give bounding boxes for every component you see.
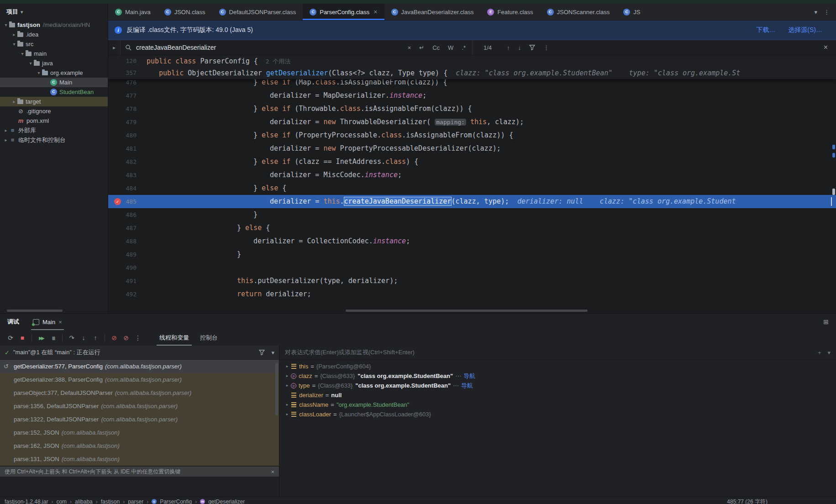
frames-vscrollbar[interactable] xyxy=(275,363,278,415)
code-line-120[interactable]: 120public class ParserConfig { 2 个用法 xyxy=(108,55,836,67)
rerun-button[interactable]: ⟳ xyxy=(5,332,16,343)
close-search-icon[interactable]: × xyxy=(824,43,836,52)
chevron-collapsed-icon[interactable]: ▸ xyxy=(284,362,290,371)
chevron-down-icon[interactable]: ▾ xyxy=(271,349,274,356)
navigate-link[interactable]: 导航 xyxy=(463,371,475,381)
tab-JSON.class[interactable]: CJSON.class xyxy=(158,4,212,20)
stack-frame[interactable]: parseObject:377, DefaultJSONParser(com.a… xyxy=(0,386,279,399)
breadcrumb-item[interactable]: fastjson xyxy=(101,497,120,504)
tree-item-java[interactable]: ▾java xyxy=(0,58,108,68)
previous-match-button[interactable]: ↑ xyxy=(503,43,514,52)
code-line-487[interactable]: 487} else { xyxy=(108,221,836,235)
chevron-collapsed-icon[interactable]: ▸ xyxy=(11,30,17,39)
expand-search-icon[interactable]: ▸ xyxy=(108,45,120,51)
tab-JSONScanner.class[interactable]: CJSONScanner.class xyxy=(540,4,617,20)
chevron-expanded-icon[interactable]: ▾ xyxy=(3,20,9,30)
stop-button[interactable]: ■ xyxy=(16,332,28,343)
chevron-collapsed-icon[interactable]: ▸ xyxy=(284,371,290,381)
chevron-collapsed-icon[interactable]: ▸ xyxy=(284,400,290,410)
line-number[interactable]: 481 xyxy=(108,142,147,155)
chevron-collapsed-icon[interactable]: ▸ xyxy=(3,135,9,145)
clear-search-icon[interactable]: × xyxy=(406,43,413,52)
code-line-477[interactable]: 477derializer = MapDeserializer.instance… xyxy=(108,89,836,102)
code-line-488[interactable]: 488derializer = CollectionCodec.instance… xyxy=(108,235,836,248)
breadcrumb-item[interactable]: getDeserializer xyxy=(208,497,245,504)
add-watch-icon[interactable]: + xyxy=(818,349,821,356)
step-out-button[interactable]: ↑ xyxy=(89,332,101,343)
line-number[interactable]: 488 xyxy=(108,235,147,248)
debug-tab-线程和变量[interactable]: 线程和变量 xyxy=(154,330,195,346)
chevron-collapsed-icon[interactable]: ▸ xyxy=(3,126,9,135)
breadcrumb-item[interactable]: ParserConfig xyxy=(160,497,192,504)
line-number[interactable]: 478 xyxy=(108,102,147,116)
tab-Main.java[interactable]: CMain.java xyxy=(108,4,158,20)
chevron-down-icon[interactable]: ▾ xyxy=(827,349,831,356)
navigate-link[interactable]: 导航 xyxy=(461,381,473,390)
tree-item-src[interactable]: ▾src xyxy=(0,39,108,49)
tab-DefaultJSONParser.class[interactable]: CDefaultJSONParser.class xyxy=(212,4,303,20)
variable-row-classLoader[interactable]: ▸classLoader={Launcher$AppClassLoader@60… xyxy=(279,410,836,419)
code-line-491[interactable]: 491this.putDeserializer(type, derializer… xyxy=(108,274,836,288)
debug-tab-控制台[interactable]: 控制台 xyxy=(195,330,223,346)
breakpoint-icon[interactable]: ✓ xyxy=(114,198,121,205)
frames-filter-icon[interactable] xyxy=(259,350,265,355)
line-number[interactable]: 482 xyxy=(108,155,147,168)
breadcrumb-item[interactable]: com xyxy=(56,497,67,504)
variable-row-this[interactable]: ▸this={ParserConfig@604} xyxy=(279,362,836,371)
line-number[interactable]: 486 xyxy=(108,208,147,221)
search-toggle-Cc[interactable]: Cc xyxy=(431,43,442,52)
variable-row-className[interactable]: ▸className="org.example.StudentBean" xyxy=(279,400,836,410)
line-number[interactable]: 492 xyxy=(108,288,147,301)
tree-item-main[interactable]: ▾main xyxy=(0,49,108,58)
chevron-expanded-icon[interactable]: ▾ xyxy=(27,58,34,68)
step-into-button[interactable]: ↓ xyxy=(78,332,89,343)
line-number[interactable]: 479 xyxy=(108,116,147,129)
search-toggle-W[interactable]: W xyxy=(446,43,455,52)
stack-frame[interactable]: parse:131, JSON(com.alibaba.fastjson) xyxy=(0,452,279,466)
line-number[interactable]: 483 xyxy=(108,168,147,182)
tab-JavaBeanDeserializer.class[interactable]: CJavaBeanDeserializer.class xyxy=(384,4,481,20)
tabs-more-icon[interactable]: ⋮ xyxy=(824,9,830,16)
search-input[interactable]: createJavaBeanDeserializer xyxy=(136,44,401,51)
resume-button[interactable]: ▶▶ xyxy=(35,332,47,343)
code-line-483[interactable]: 483derializer = MiscCodec.instance; xyxy=(108,168,836,182)
variable-row-derializer[interactable]: derializer=null xyxy=(279,390,836,400)
chevron-expanded-icon[interactable]: ▾ xyxy=(11,39,17,49)
line-number[interactable]: 491 xyxy=(108,274,147,288)
breadcrumb-item[interactable]: fastjson-1.2.48.jar xyxy=(5,497,48,504)
code-line-492[interactable]: 492return derializer; xyxy=(108,288,836,301)
pause-button[interactable]: ▮▮ xyxy=(47,332,59,343)
line-number[interactable]: 477 xyxy=(108,89,147,102)
chevron-collapsed-icon[interactable]: ▸ xyxy=(11,97,17,106)
newline-icon[interactable]: ↵ xyxy=(417,43,426,52)
stack-frame[interactable]: parse:1356, DefaultJSONParser(com.alibab… xyxy=(0,399,279,413)
tab-JS[interactable]: CJS xyxy=(616,4,640,20)
stack-frame[interactable]: getDeserializer:388, ParserConfig(com.al… xyxy=(0,373,279,386)
tree-item-Main[interactable]: CMain xyxy=(0,78,108,87)
code-line-482[interactable]: 482} else if (clazz == InetAddress.class… xyxy=(108,155,836,168)
editor-hscrollbar[interactable] xyxy=(346,310,588,312)
tab-Feature.class[interactable]: EFeature.class xyxy=(480,4,540,20)
search-field[interactable]: createJavaBeanDeserializer × ↵ CcW.* xyxy=(121,40,472,55)
code-line-478[interactable]: 478} else if (Throwable.class.isAssignab… xyxy=(108,102,836,116)
tabs-dropdown-icon[interactable]: ▾ xyxy=(814,9,817,16)
stack-frame[interactable]: parse:1322, DefaultJSONParser(com.alibab… xyxy=(0,413,279,426)
filter-icon[interactable] xyxy=(525,44,539,51)
tree-item-fastjson[interactable]: ▾fastjson /media/orxiain/HN xyxy=(0,20,108,30)
tree-item-target[interactable]: ▸target xyxy=(0,97,108,106)
chevron-expanded-icon[interactable]: ▾ xyxy=(19,49,26,58)
code-line-481[interactable]: 481derializer = new PropertyProcessableD… xyxy=(108,142,836,155)
line-number[interactable]: 489 xyxy=(108,248,147,261)
code-line-485[interactable]: 485✓derializer = this.createJavaBeanDese… xyxy=(108,195,836,208)
project-panel-header[interactable]: 项目 ▾ xyxy=(0,4,108,20)
tree-item-.idea[interactable]: ▸.idea xyxy=(0,30,108,39)
thread-status-row[interactable]: ✓ "main"@1 在组 “main” : 正在运行 ▾ xyxy=(0,346,279,360)
tree-item-临时文件和控制台[interactable]: ▸≡临时文件和控制台 xyxy=(0,135,108,145)
variable-row-type[interactable]: ▸ptype={Class@633}"class org.example.Stu… xyxy=(279,381,836,390)
tree-item-org.example[interactable]: ▾org.example xyxy=(0,68,108,78)
next-match-button[interactable]: ↓ xyxy=(514,43,526,52)
line-number[interactable]: 490 xyxy=(108,261,147,274)
stack-frame[interactable]: parse:162, JSON(com.alibaba.fastjson) xyxy=(0,439,279,452)
code-line-490[interactable]: 490 xyxy=(108,261,836,274)
breadcrumb-item[interactable]: parser xyxy=(128,497,143,504)
